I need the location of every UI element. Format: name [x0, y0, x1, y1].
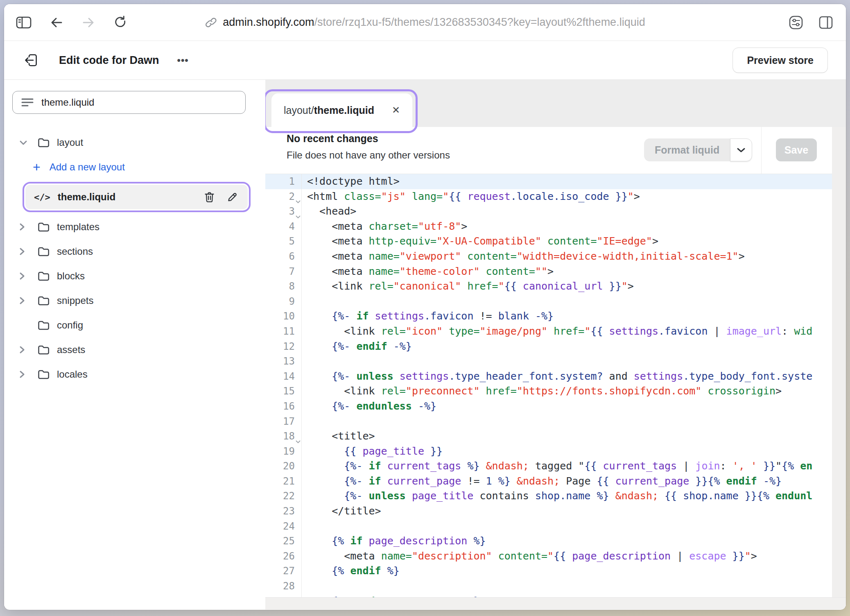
code-line[interactable]: 17: [265, 414, 832, 429]
code-line[interactable]: 10 {%- if settings.favicon != blank -%}: [265, 309, 832, 324]
fold-chevron-icon[interactable]: [295, 440, 301, 444]
line-number: 7: [265, 264, 302, 279]
line-number: 23: [265, 504, 302, 519]
code-line[interactable]: 14 {%- unless settings.type_header_font.…: [265, 369, 832, 384]
folder-icon: [37, 137, 57, 148]
sidebar-item-locales[interactable]: locales: [4, 362, 265, 387]
code-line[interactable]: 21 {%- if current_page != 1 %} &ndash; P…: [265, 474, 832, 489]
sidebar-item-layout[interactable]: layout: [4, 130, 265, 155]
code-line[interactable]: 6 <meta name="viewport" content="width=d…: [265, 249, 832, 264]
edit-file-button[interactable]: [226, 191, 238, 203]
folder-icon: [37, 271, 57, 282]
code-line[interactable]: 8 <link rel="canonical" href="{{ canonic…: [265, 279, 832, 294]
line-number: 20: [265, 459, 302, 474]
sidebar-item-label: templates: [57, 221, 99, 233]
code-line[interactable]: 24: [265, 519, 832, 534]
browser-window: admin.shopify.com/store/rzq1xu-f5/themes…: [4, 4, 846, 610]
sidebar-toggle-icon[interactable]: [16, 16, 32, 29]
fold-chevron-icon[interactable]: [295, 200, 301, 204]
line-number: 2: [265, 189, 302, 204]
code-line[interactable]: 3 <head>: [265, 204, 832, 219]
line-number: 10: [265, 309, 302, 324]
code-line[interactable]: 12 {%- endif -%}: [265, 339, 832, 354]
code-line[interactable]: 19 {{ page_title }}: [265, 444, 832, 459]
editor-scrollbar-track[interactable]: [832, 127, 846, 609]
back-icon[interactable]: [49, 16, 64, 29]
toolbar-divider: [761, 127, 762, 174]
save-button[interactable]: Save: [776, 138, 817, 161]
code-line[interactable]: 26 <meta name="description" content="{{ …: [265, 549, 832, 564]
line-number: 18: [265, 429, 302, 444]
code-line[interactable]: 29 {% render 'meta-tags' %}: [265, 594, 832, 597]
exit-icon: [23, 52, 39, 68]
split-view-icon[interactable]: [818, 15, 834, 30]
chevron-right-icon[interactable]: [18, 246, 37, 257]
add-layout-label: Add a new layout: [50, 161, 125, 173]
code-line[interactable]: 7 <meta name="theme-color" content="">: [265, 264, 832, 279]
code-line[interactable]: 2<html class="js" lang="{{ request.local…: [265, 189, 832, 204]
more-options-button[interactable]: •••: [177, 55, 189, 65]
code-editor[interactable]: 1<!doctype html>2<html class="js" lang="…: [265, 174, 832, 597]
code-line[interactable]: 15 <link rel="preconnect" href="https://…: [265, 384, 832, 399]
line-number: 5: [265, 234, 302, 249]
file-search-input[interactable]: [41, 97, 237, 108]
version-status: No recent changes File does not have any…: [287, 133, 450, 161]
folder-icon: [37, 222, 57, 233]
code-line[interactable]: 4 <meta charset="utf-8">: [265, 219, 832, 234]
chevron-right-icon[interactable]: [18, 344, 37, 355]
sidebar-item-snippets[interactable]: snippets: [4, 288, 265, 313]
sidebar-item-theme-liquid[interactable]: </>theme.liquid: [25, 185, 248, 209]
fold-chevron-icon[interactable]: [295, 215, 301, 219]
code-line[interactable]: 13: [265, 354, 832, 369]
code-line[interactable]: 16 {%- endunless -%}: [265, 399, 832, 414]
chevron-right-icon[interactable]: [18, 369, 37, 380]
file-search-box[interactable]: [12, 91, 246, 114]
code-line[interactable]: 25 {% if page_description %}: [265, 534, 832, 549]
chevron-down-icon[interactable]: [18, 139, 37, 146]
line-number: 27: [265, 564, 302, 579]
line-number: 26: [265, 549, 302, 564]
sidebar-item-blocks[interactable]: blocks: [4, 264, 265, 288]
line-number: 6: [265, 249, 302, 264]
preview-store-button[interactable]: Preview store: [732, 48, 828, 73]
code-line-content: [302, 294, 832, 309]
link-icon: [205, 16, 217, 29]
sidebar-item-sections[interactable]: sections: [4, 239, 265, 264]
exit-editor-button[interactable]: [23, 52, 39, 68]
format-liquid-group: Format liquid: [644, 138, 752, 161]
tab-close-button[interactable]: ✕: [392, 104, 400, 116]
code-line-content: {%- endunless -%}: [302, 399, 832, 414]
chevron-right-icon[interactable]: [18, 222, 37, 232]
line-number: 24: [265, 519, 302, 534]
format-liquid-button[interactable]: Format liquid: [644, 138, 730, 161]
sidebar-item-config[interactable]: config: [4, 313, 265, 337]
code-line[interactable]: 22 {%- unless page_title contains shop.n…: [265, 489, 832, 504]
chevron-right-icon[interactable]: [18, 295, 37, 306]
code-line[interactable]: 9: [265, 294, 832, 309]
folder-icon: [37, 320, 57, 331]
code-line[interactable]: 11 <link rel="icon" type="image/png" hre…: [265, 324, 832, 339]
page-settings-icon[interactable]: [788, 14, 804, 31]
tab-label: layout/theme.liquid: [284, 104, 374, 116]
add-layout-button[interactable]: +Add a new layout: [4, 155, 265, 179]
code-line[interactable]: 18 <title>: [265, 429, 832, 444]
tab-theme-liquid[interactable]: layout/theme.liquid ✕: [271, 93, 412, 127]
code-line[interactable]: 28: [265, 579, 832, 594]
code-line[interactable]: 1<!doctype html>: [265, 174, 832, 189]
chevron-right-icon[interactable]: [18, 271, 37, 281]
code-line-content: <meta name="viewport" content="width=dev…: [302, 249, 832, 264]
code-line[interactable]: 27 {% endif %}: [265, 564, 832, 579]
delete-file-button[interactable]: [204, 191, 215, 203]
reload-icon[interactable]: [113, 15, 128, 30]
line-number: 15: [265, 384, 302, 399]
code-line[interactable]: 23 </title>: [265, 504, 832, 519]
code-line[interactable]: 20 {%- if current_tags %} &ndash; tagged…: [265, 459, 832, 474]
forward-icon[interactable]: [81, 16, 96, 29]
sidebar-item-templates[interactable]: templates: [4, 215, 265, 239]
file-sidebar: layout+Add a new layout</>theme.liquidte…: [4, 80, 265, 609]
url-bar[interactable]: admin.shopify.com/store/rzq1xu-f5/themes…: [205, 4, 645, 41]
line-number: 28: [265, 579, 302, 594]
code-line[interactable]: 5 <meta http-equiv="X-UA-Compatible" con…: [265, 234, 832, 249]
sidebar-item-assets[interactable]: assets: [4, 337, 265, 362]
format-options-button[interactable]: [730, 138, 752, 161]
